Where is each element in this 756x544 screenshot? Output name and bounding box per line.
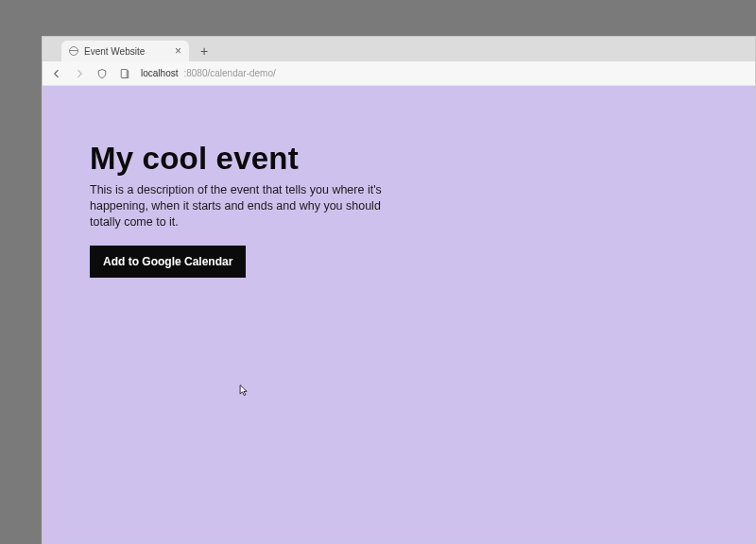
page-description: This is a description of the event that …: [90, 182, 402, 230]
address-bar: localhost:8080/calendar-demo/: [43, 61, 755, 86]
svg-rect-0: [121, 69, 127, 77]
url-path: :8080/calendar-demo/: [183, 68, 275, 78]
page-viewport: My cool event This is a description of t…: [43, 86, 755, 543]
site-info-button[interactable]: [118, 67, 131, 80]
add-to-google-calendar-button[interactable]: Add to Google Calendar: [90, 246, 246, 278]
arrow-right-icon: [74, 68, 85, 79]
url-host: localhost: [141, 68, 178, 78]
browser-tab[interactable]: Event Website ×: [61, 41, 189, 61]
tab-title: Event Website: [84, 46, 169, 57]
globe-icon: [69, 46, 78, 56]
new-tab-button[interactable]: +: [195, 42, 214, 60]
back-button[interactable]: [50, 67, 63, 80]
browser-window: Event Website × + localhost:8080/calenda…: [42, 36, 756, 544]
shield-icon: [96, 68, 108, 79]
forward-button[interactable]: [73, 67, 86, 80]
arrow-left-icon: [51, 68, 62, 79]
plus-icon: +: [200, 43, 208, 59]
page-icon: [119, 68, 130, 79]
shield-button[interactable]: [95, 67, 109, 80]
cursor-icon: [239, 384, 249, 398]
url-input[interactable]: localhost:8080/calendar-demo/: [141, 68, 747, 78]
close-icon[interactable]: ×: [175, 45, 181, 57]
page-title: My cool event: [90, 141, 755, 177]
tab-strip: Event Website × +: [43, 37, 755, 61]
